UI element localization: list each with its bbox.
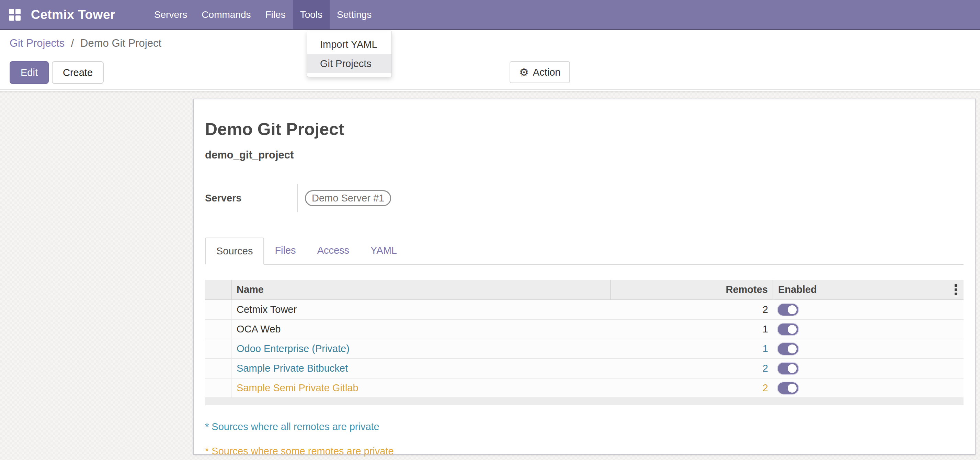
handle-column-header — [205, 280, 231, 300]
create-button[interactable]: Create — [52, 61, 104, 84]
table-footer-strip — [205, 398, 964, 405]
source-remotes-count: 1 — [611, 319, 773, 339]
source-remotes-count: 1 — [611, 339, 773, 359]
remotes-column-header[interactable]: Remotes — [611, 280, 773, 300]
source-name[interactable]: OCA Web — [231, 319, 611, 339]
enabled-column-header[interactable]: Enabled — [773, 280, 964, 300]
nav-item-tools[interactable]: Tools — [293, 0, 329, 29]
sources-table: Name Remotes Enabled Cetmix Tower — [205, 280, 964, 405]
source-name[interactable]: Odoo Enterprise (Private) — [231, 339, 611, 359]
note-some-remotes-private: * Sources where some remotes are private — [205, 446, 964, 457]
apps-grid-icon[interactable] — [9, 9, 21, 21]
table-row[interactable]: Sample Private Bitbucket 2 — [205, 359, 964, 378]
control-panel: Git Projects / Demo Git Project Edit Cre… — [0, 30, 980, 90]
project-reference: demo_git_project — [205, 149, 964, 161]
gear-icon: ⚙ — [519, 67, 529, 78]
content-area: Demo Git Project demo_git_project Server… — [0, 91, 980, 460]
enabled-toggle[interactable] — [778, 324, 799, 335]
nav-item-files[interactable]: Files — [258, 0, 293, 29]
tab-yaml[interactable]: YAML — [360, 238, 407, 264]
table-row[interactable]: Odoo Enterprise (Private) 1 — [205, 339, 964, 359]
name-column-header[interactable]: Name — [231, 280, 611, 300]
enabled-toggle[interactable] — [778, 343, 799, 355]
table-row[interactable]: Sample Semi Private Gitlab 2 — [205, 378, 964, 398]
nav-item-commands[interactable]: Commands — [194, 0, 258, 29]
tab-sources[interactable]: Sources — [205, 238, 264, 265]
source-name[interactable]: Sample Semi Private Gitlab — [231, 378, 611, 398]
table-row[interactable]: OCA Web 1 — [205, 319, 964, 339]
breadcrumb: Git Projects / Demo Git Project — [10, 37, 161, 50]
servers-field-row: Servers Demo Server #1 — [205, 184, 964, 212]
table-header-row: Name Remotes Enabled — [205, 280, 964, 300]
notebook-tabs: Sources Files Access YAML — [205, 238, 964, 265]
edit-create-button-group: Edit Create — [10, 61, 104, 84]
servers-field-value: Demo Server #1 — [297, 184, 391, 212]
tools-dropdown-menu: Import YAML Git Projects — [307, 31, 392, 77]
brand-title[interactable]: Cetmix Tower — [31, 8, 115, 22]
breadcrumb-separator: / — [71, 37, 74, 49]
cetmix-tower-app: Cetmix Tower Servers Commands Files Tool… — [0, 0, 980, 460]
action-button-label: Action — [533, 67, 561, 78]
breadcrumb-link-git-projects[interactable]: Git Projects — [10, 37, 65, 49]
source-name[interactable]: Sample Private Bitbucket — [231, 359, 611, 378]
action-button[interactable]: ⚙ Action — [509, 61, 570, 83]
server-tag[interactable]: Demo Server #1 — [305, 190, 391, 206]
navbar-menu: Servers Commands Files Tools Settings — [147, 0, 379, 29]
source-remotes-count: 2 — [611, 378, 773, 398]
note-all-remotes-private: * Sources where all remotes are private — [205, 421, 964, 433]
tab-files[interactable]: Files — [264, 238, 306, 264]
dropdown-item-git-projects[interactable]: Git Projects — [307, 54, 391, 73]
edit-button[interactable]: Edit — [10, 61, 49, 84]
source-remotes-count: 2 — [611, 359, 773, 378]
servers-field-label: Servers — [205, 184, 297, 212]
source-remotes-count: 2 — [611, 300, 773, 319]
enabled-toggle[interactable] — [778, 382, 799, 394]
breadcrumb-current: Demo Git Project — [80, 37, 161, 49]
enabled-toggle[interactable] — [778, 363, 799, 374]
nav-item-servers[interactable]: Servers — [147, 0, 194, 29]
enabled-column-label: Enabled — [778, 284, 817, 295]
form-sheet: Demo Git Project demo_git_project Server… — [193, 99, 975, 455]
optional-columns-icon[interactable] — [953, 283, 959, 297]
enabled-toggle[interactable] — [778, 304, 799, 316]
table-row[interactable]: Cetmix Tower 2 — [205, 300, 964, 319]
source-name[interactable]: Cetmix Tower — [231, 300, 611, 319]
page-title: Demo Git Project — [205, 119, 964, 139]
top-navbar: Cetmix Tower Servers Commands Files Tool… — [0, 0, 980, 30]
nav-item-settings[interactable]: Settings — [329, 0, 379, 29]
dropdown-item-import-yaml[interactable]: Import YAML — [307, 35, 391, 54]
tab-access[interactable]: Access — [307, 238, 360, 264]
